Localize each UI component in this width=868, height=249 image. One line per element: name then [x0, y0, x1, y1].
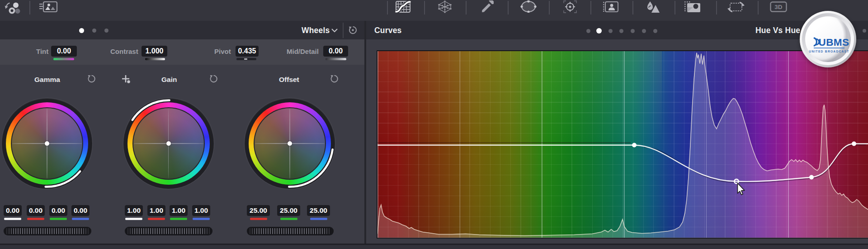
svg-text:3D: 3D — [774, 4, 783, 10]
svg-text:UBMS: UBMS — [819, 37, 849, 48]
svg-text:UNITED BROADCAST: UNITED BROADCAST — [809, 50, 849, 53]
